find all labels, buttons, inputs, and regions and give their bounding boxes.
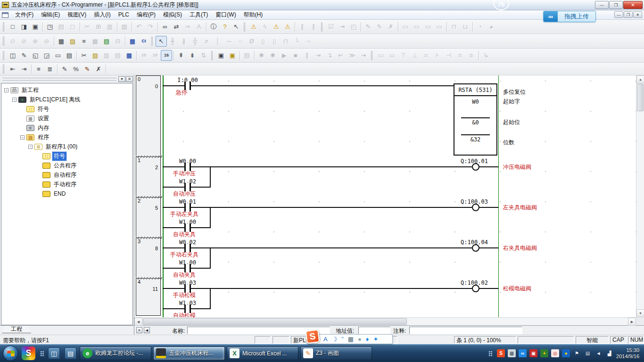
tree-item-program-1[interactable]: -⊛新程序1 (00) [2,142,132,151]
action-center-flag-icon[interactable]: ⚑ [573,349,581,357]
restore-button[interactable]: ❐ [609,1,623,9]
cloud-tray-icon[interactable]: ∞ [519,349,527,357]
context-help-button[interactable]: ↖ [231,21,242,32]
sogou-tray-icon[interactable]: S [497,349,505,357]
ci-view-button[interactable]: CI [138,36,149,47]
drag-upload-button[interactable]: ∞ 拖拽上传 [543,11,596,22]
menu-item-plc[interactable]: PLC [115,10,133,19]
grid-button[interactable]: ▦ [56,36,67,47]
taskbar-button-paint[interactable]: ✎Z3 - 画图 [300,346,372,360]
pen-percent-button[interactable]: % [70,64,82,74]
window-layout-3-button[interactable]: ◲ [41,50,52,61]
skin-icon[interactable]: ♦ [366,336,369,342]
status-ime-mode[interactable]: 智能 [576,336,609,344]
taskbar-button-cx-programmer[interactable]: 五金冲压机床程... [153,346,225,360]
work-online-button[interactable]: ▣ [215,50,227,61]
tree-item-symbols-global[interactable]: ∷符号 [2,104,132,114]
ladder-diagram[interactable]: 0 0 1 2 2 5 3 8 4 11 [134,75,636,317]
rung-comment-button[interactable]: ▨ [67,36,78,47]
tree-expander-icon[interactable]: - [4,88,8,92]
taskbar-button-omron-forum[interactable]: e欧姆龙工控论坛 -... [80,346,151,360]
function-block-operand[interactable]: &32 [454,136,496,143]
address-reference-button[interactable]: ▨ [90,50,101,61]
start-button[interactable] [3,346,18,361]
horizontal-scroll-thumb[interactable] [143,318,407,325]
media-quick-icon[interactable]: ▤ [65,347,76,359]
comment-anchor-button[interactable]: ≣ [44,64,56,74]
find-warnings-button[interactable]: ⚠ [271,21,282,32]
output-coil[interactable] [472,163,479,171]
menu-item-program[interactable]: 编程(P) [133,10,159,19]
function-block-operand[interactable]: W0 [454,99,496,105]
differential-up-button[interactable]: ⇞ [175,50,187,61]
network-signal-icon[interactable]: ▟ [605,349,613,357]
sogou-logo-icon[interactable]: S [305,329,320,344]
ladder-rung-2[interactable]: W0.01 手动左夹具 W1.00 自动夹具 Q:100.03 左夹具电磁阀 [134,197,636,238]
ladder-rung-3[interactable]: W0.02 手动右夹具 W1.00 自动夹具 Q:100.04 右夹具电磁阀 [134,238,636,278]
volume-muted-icon[interactable]: ◄ [594,349,603,357]
symbol-lookup-button[interactable]: ◳ [44,21,56,32]
tree-item-section-manual[interactable]: 手动程序 [2,180,132,189]
ime-toolbar[interactable]: S A☽”▦●♦✦ [307,334,393,344]
info-button[interactable]: ⓘ [208,21,219,32]
menu-item-simulation[interactable]: 模拟(S) [159,10,186,19]
night-mode-icon[interactable]: ☽ [332,336,338,342]
hex-monitor-button[interactable]: 16 [161,50,172,61]
explorer-quick-icon[interactable]: ◫ [48,347,60,359]
vertical-scroll-thumb[interactable] [637,84,644,111]
symbol-bar-button[interactable]: ▤ [101,36,112,47]
save-button[interactable]: ▣ [30,21,41,32]
stamp-tray-icon[interactable]: ◎ [551,349,559,357]
menu-item-insert[interactable]: 插入(I) [90,10,114,19]
address-table-button[interactable]: ▦ [127,36,138,47]
green-plus-tray-icon[interactable]: + [540,349,548,357]
watch-prev-button[interactable]: ◀ [144,327,150,333]
tree-item-section-common[interactable]: 公共程序 [2,161,132,170]
clipboard-tray-icon[interactable]: ▤ [584,349,592,357]
compile-button[interactable]: ⚠ [248,21,259,32]
output-coil[interactable] [472,285,479,292]
tree-item-section-end[interactable]: END [2,189,132,198]
child-window-icon[interactable] [2,12,8,18]
mdi-close-button[interactable]: ✕ [633,11,642,18]
minimize-button[interactable]: — [595,1,609,9]
account-icon[interactable]: ● [358,336,362,342]
indent-rung-button[interactable]: ⇥ [18,64,30,74]
scroll-down-icon[interactable]: ▼ [636,309,644,317]
tree-item-memory[interactable]: ≡内存 [2,123,132,132]
sw-tray-icon[interactable]: ▣ [529,349,537,357]
outdent-rung-button[interactable]: ⇤ [7,64,18,74]
menu-item-window[interactable]: 窗口(W) [212,10,239,19]
align-comments-button[interactable]: ≡ [33,64,44,74]
window-layout-2-button[interactable]: ◱ [30,50,41,61]
ladder-rung-0[interactable]: I:0.00 急停 RSTA (531) W0 &0 &32 多位复位 起始字 … [134,75,636,156]
tree-item-settings[interactable]: ▦设置 [2,114,132,123]
panel-close-button[interactable]: ✕ [126,76,133,82]
tree-expander-icon[interactable]: - [28,145,33,149]
notification-badge[interactable]: 75 [493,0,509,10]
scroll-right-icon[interactable]: ▶ [628,318,636,326]
work-online-simulator-button[interactable]: ▣ [227,50,238,61]
output-coil[interactable] [472,244,479,252]
sogou-launcher-icon[interactable]: S [22,346,35,360]
replace-button[interactable]: ⇄ [171,21,182,32]
panel-grip[interactable]: ▾ ✕ [0,75,134,82]
help-button[interactable]: ? [219,21,231,32]
menu-item-edit[interactable]: 编辑(E) [37,10,64,19]
find-button[interactable]: ∞ [159,21,171,32]
rung-list-button[interactable]: ≡ [78,36,90,47]
io-panel-button[interactable]: ▦ [124,50,135,61]
vertical-scrollbar[interactable]: ▲ ▼ [636,75,644,317]
project-tab[interactable]: 工程 [2,326,31,333]
tree-item-section-auto[interactable]: 自动程序 [2,170,132,180]
toolbox-icon[interactable]: ✦ [373,336,378,342]
pen-comment-button[interactable]: ✎ [82,64,93,74]
scroll-up-icon[interactable]: ▲ [636,75,644,83]
messenger-tray-icon[interactable]: ● [562,349,570,357]
panel-menu-button[interactable]: ▾ [118,76,125,82]
menu-item-help[interactable]: 帮助(H) [240,10,267,19]
close-button[interactable]: ✕ [623,1,643,9]
schedule-tray-icon[interactable]: ▦ [508,349,516,357]
tray-expander[interactable]: ●●●●●● [488,351,492,356]
open-button[interactable]: ◨ [18,21,30,32]
